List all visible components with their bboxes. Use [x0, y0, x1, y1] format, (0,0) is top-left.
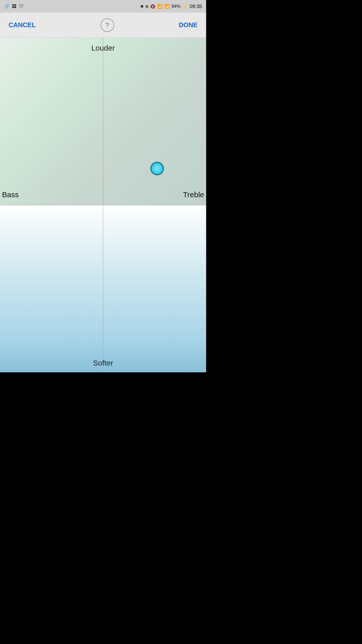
equalizer-control-dot[interactable]	[151, 162, 164, 175]
cancel-button[interactable]: CANCEL	[6, 19, 38, 31]
louder-label: Louder	[91, 44, 115, 52]
treble-label: Treble	[183, 190, 204, 199]
toolbar: CANCEL ? DONE	[0, 13, 206, 38]
battery-percent: 94%	[171, 4, 180, 9]
question-icon: ?	[106, 22, 109, 29]
softer-label: Softer	[93, 359, 113, 367]
bluetooth-icon: ✱	[140, 4, 144, 9]
vertical-axis-line	[103, 38, 103, 372]
battery-charging-icon: ⚡	[183, 4, 188, 9]
mute-icon: 🔇	[150, 4, 155, 9]
bass-label: Bass	[2, 190, 19, 199]
wifi-icon: 📶	[157, 4, 162, 9]
clock: 09:35	[190, 4, 202, 9]
shield-icon: 🛡	[19, 4, 24, 9]
equalizer-area[interactable]: Louder Bass Treble Softer	[0, 38, 206, 372]
link-icon: 🔗	[4, 4, 10, 9]
status-bar: 🔗 🖼 🛡 ✱ N 🔇 📶 📶 94% ⚡ 09:35	[0, 0, 206, 13]
done-button[interactable]: DONE	[176, 19, 200, 31]
status-bar-left-icons: 🔗 🖼 🛡	[4, 4, 24, 9]
help-button[interactable]: ?	[101, 18, 114, 32]
status-bar-right-icons: ✱ N 🔇 📶 📶 94% ⚡ 09:35	[140, 4, 202, 9]
image-icon: 🖼	[12, 4, 17, 9]
signal-icon: 📶	[164, 4, 169, 9]
nfc-icon: N	[146, 4, 148, 9]
